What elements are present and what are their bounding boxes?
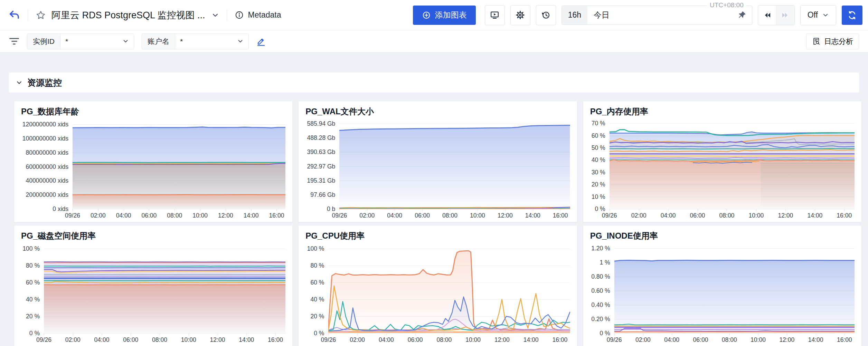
chart-db-age[interactable]: 1200000000 xids1000000000 xids800000000 …	[21, 118, 285, 219]
account-name-select[interactable]: *	[175, 33, 249, 49]
chart-memory[interactable]: 70 %60 %50 %40 %30 %20 %10 %0 % 09/2602:…	[590, 118, 855, 219]
history-button[interactable]	[536, 5, 556, 25]
dashboard-title-chevron-down-icon[interactable]	[211, 11, 219, 19]
x-axis-labels: 09/2602:0004:0006:0008:0010:0012:0014:00…	[610, 209, 855, 219]
section-title: 资源监控	[27, 77, 62, 88]
metadata-label: Metadata	[248, 10, 281, 20]
filter-instance-id: 实例ID *	[27, 33, 134, 49]
chart-card-disk: PG_磁盘空间使用率 100 %80 %60 %40 %20 %0 % 09/2…	[14, 225, 293, 346]
chevron-down-icon	[237, 38, 244, 45]
instance-id-select[interactable]: *	[60, 33, 134, 49]
top-bar: 阿里云 RDS PostgreSQL 监控视图 ... Metadata 添加图…	[0, 0, 868, 30]
fast-forward-icon	[781, 11, 790, 19]
x-axis-labels: 09/2602:0004:0006:0008:0010:0012:0014:00…	[44, 333, 285, 344]
time-range-picker[interactable]: 16h 今日 UTC+08:00	[562, 6, 752, 25]
chart-card-memory: PG_内存使用率 70 %60 %50 %40 %30 %20 %10 %0 %…	[583, 101, 862, 222]
charts-grid: PG_数据库年龄 1200000000 xids1000000000 xids8…	[14, 101, 862, 346]
timezone-label: UTC+08:00	[707, 1, 746, 9]
auto-refresh-dropdown[interactable]: Off	[800, 5, 836, 25]
plot-area[interactable]	[73, 118, 285, 209]
refresh-icon	[847, 10, 857, 20]
y-axis-labels: 1200000000 xids1000000000 xids800000000 …	[21, 118, 73, 209]
x-axis-labels: 09/2602:0004:0006:0008:0010:0012:0014:00…	[614, 333, 855, 344]
plot-area[interactable]	[339, 118, 570, 209]
time-range-label: 今日	[594, 10, 610, 20]
chevron-down-icon	[822, 12, 829, 19]
chevron-down-icon	[122, 38, 129, 45]
plot-area[interactable]	[44, 243, 285, 333]
chart-disk[interactable]: 100 %80 %60 %40 %20 %0 % 09/2602:0004:00…	[21, 243, 285, 344]
filter-label: 实例ID	[27, 33, 60, 49]
chart-wal-size[interactable]: 585.94 Gb488.28 Gb390.63 Gb292.97 Gb195.…	[305, 118, 570, 219]
shift-forward-button	[776, 6, 794, 25]
plus-circle-icon	[422, 11, 431, 20]
chart-title: PG_数据库年龄	[21, 106, 285, 118]
plot-area[interactable]	[614, 243, 855, 333]
fast-backward-icon	[763, 11, 771, 19]
filter-account-name: 账户名 *	[142, 33, 249, 49]
chart-title: PG_INODE使用率	[590, 230, 855, 243]
chart-card-db-age: PG_数据库年龄 1200000000 xids1000000000 xids8…	[14, 101, 293, 222]
filter-icon[interactable]	[9, 38, 19, 45]
section-resource-monitoring: 资源监控	[9, 73, 859, 93]
y-axis-labels: 1.20 %1 %0.80 %0.60 %0.40 %0.20 %0 %	[590, 243, 614, 333]
chart-title: PG_内存使用率	[590, 106, 855, 118]
star-icon[interactable]	[36, 10, 46, 20]
edit-filters-button[interactable]	[256, 37, 266, 46]
filter-label: 账户名	[142, 33, 175, 49]
settings-button[interactable]	[510, 5, 530, 25]
y-axis-labels: 100 %80 %60 %40 %20 %0 %	[305, 243, 328, 333]
divider	[227, 9, 227, 21]
plot-area[interactable]	[328, 243, 570, 333]
y-axis-labels: 585.94 Gb488.28 Gb390.63 Gb292.97 Gb195.…	[305, 118, 339, 209]
chart-card-cpu: PG_CPU使用率 100 %80 %60 %40 %20 %0 % 09/26…	[298, 225, 577, 346]
plot-area[interactable]	[610, 118, 855, 209]
info-icon	[235, 10, 244, 20]
shift-back-button[interactable]	[758, 6, 776, 25]
undo-icon[interactable]	[8, 9, 20, 21]
chart-title: PG_WAL文件大小	[305, 106, 570, 118]
refresh-button[interactable]	[842, 6, 862, 25]
metadata-button[interactable]: Metadata	[235, 10, 281, 20]
y-axis-labels: 100 %80 %60 %40 %20 %0 %	[21, 243, 44, 333]
y-axis-labels: 70 %60 %50 %40 %30 %20 %10 %0 %	[590, 118, 610, 209]
log-analysis-button[interactable]: 日志分析	[806, 33, 859, 49]
doc-search-icon	[812, 37, 821, 46]
add-chart-button[interactable]: 添加图表	[413, 6, 476, 25]
chart-inode[interactable]: 1.20 %1 %0.80 %0.60 %0.40 %0.20 %0 % 09/…	[590, 243, 855, 344]
x-axis-labels: 09/2602:0004:0006:0008:0010:0012:0014:00…	[328, 333, 570, 344]
pin-icon[interactable]	[737, 11, 746, 20]
chart-title: PG_CPU使用率	[305, 230, 570, 243]
chart-card-inode: PG_INODE使用率 1.20 %1 %0.80 %0.60 %0.40 %0…	[583, 225, 862, 346]
divider	[28, 9, 28, 21]
time-duration-chip[interactable]: 16h	[562, 6, 587, 25]
history-icon	[541, 10, 550, 20]
chart-cpu[interactable]: 100 %80 %60 %40 %20 %0 % 09/2602:0004:00…	[305, 243, 570, 344]
presentation-icon	[490, 10, 499, 20]
top-bar-actions: 添加图表 16h 今日 UTC+08:00	[413, 5, 860, 25]
gear-icon	[516, 10, 525, 20]
fullscreen-play-button[interactable]	[485, 5, 505, 25]
x-axis-labels: 09/2602:0004:0006:0008:0010:0012:0014:00…	[73, 209, 285, 219]
time-shift-controls	[758, 5, 795, 25]
dashboard-title: 阿里云 RDS PostgreSQL 监控视图 ...	[51, 9, 205, 21]
pencil-icon	[256, 37, 266, 46]
x-axis-labels: 09/2602:0004:0006:0008:0010:0012:0014:00…	[339, 209, 570, 219]
chart-card-wal-size: PG_WAL文件大小 585.94 Gb488.28 Gb390.63 Gb29…	[298, 101, 577, 222]
filter-bar: 实例ID * 账户名 * 日志分析	[0, 30, 868, 52]
chart-title: PG_磁盘空间使用率	[21, 230, 285, 243]
section-collapse-chevron-down-icon[interactable]	[16, 79, 22, 86]
